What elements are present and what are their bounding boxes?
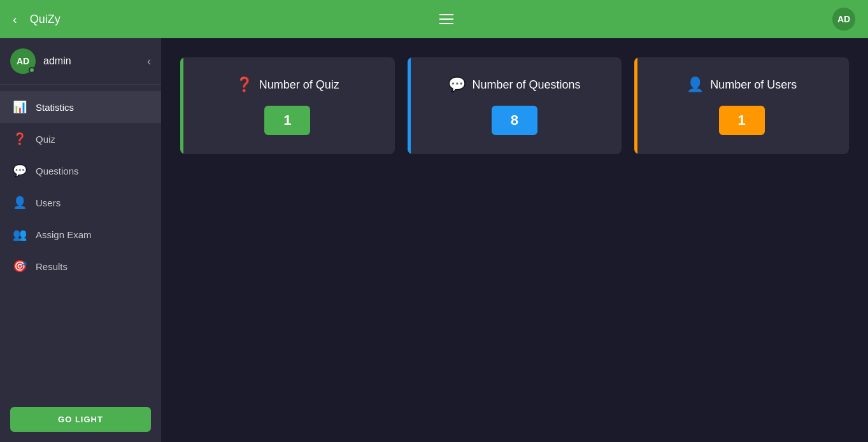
stat-card-quiz: ❓ Number of Quiz 1	[180, 57, 395, 154]
back-icon: ‹	[13, 12, 17, 27]
statistics-icon: 📊	[13, 100, 27, 114]
sidebar-item-label: Users	[36, 197, 60, 208]
topbar: ‹ QuiZy AD	[0, 0, 868, 38]
sidebar-item-label: Statistics	[36, 102, 74, 113]
stat-users-label: Number of Users	[710, 78, 797, 92]
stats-grid: ❓ Number of Quiz 1 💬 Number of Questions…	[180, 57, 849, 154]
stat-users-icon: 👤	[687, 76, 704, 93]
stat-card-title-questions: 💬 Number of Questions	[448, 76, 580, 93]
stat-quiz-value: 1	[264, 106, 310, 135]
sidebar-item-label: Questions	[36, 166, 79, 176]
sidebar-collapse-button[interactable]: ‹	[147, 55, 151, 68]
stat-quiz-label: Number of Quiz	[259, 78, 339, 92]
stat-card-questions: 💬 Number of Questions 8	[408, 57, 622, 154]
stat-card-title-quiz: ❓ Number of Quiz	[236, 76, 339, 93]
go-light-button[interactable]: GO LIGHT	[10, 407, 151, 432]
sidebar-bottom: GO LIGHT	[0, 397, 161, 442]
app-title: QuiZy	[30, 13, 60, 26]
sidebar-item-label: Results	[36, 261, 68, 272]
sidebar-username: admin	[43, 55, 139, 67]
stat-card-users: 👤 Number of Users 1	[634, 57, 849, 154]
collapse-icon: ‹	[147, 55, 151, 68]
online-indicator	[29, 67, 35, 73]
menu-line	[439, 14, 453, 15]
sidebar: AD admin ‹ 📊 Statistics ❓ Quiz 💬 Questio…	[0, 38, 161, 442]
sidebar-item-statistics[interactable]: 📊 Statistics	[0, 91, 161, 123]
topbar-left: ‹ QuiZy	[13, 12, 60, 27]
sidebar-item-label: Assign Exam	[36, 229, 92, 240]
topbar-avatar[interactable]: AD	[832, 8, 855, 31]
menu-line	[439, 23, 453, 24]
menu-button[interactable]	[436, 11, 457, 27]
questions-icon: 💬	[13, 164, 27, 178]
sidebar-avatar: AD	[10, 48, 36, 74]
stat-card-title-users: 👤 Number of Users	[687, 76, 797, 93]
sidebar-item-users[interactable]: 👤 Users	[0, 187, 161, 218]
stat-users-value: 1	[719, 106, 765, 135]
quiz-icon: ❓	[13, 132, 27, 146]
assign-exam-icon: 👥	[13, 227, 27, 241]
sidebar-avatar-text: AD	[17, 56, 29, 66]
sidebar-nav: 📊 Statistics ❓ Quiz 💬 Questions 👤 Users …	[0, 85, 161, 397]
stat-questions-value: 8	[492, 106, 537, 135]
main-layout: AD admin ‹ 📊 Statistics ❓ Quiz 💬 Questio…	[0, 38, 868, 442]
sidebar-item-results[interactable]: 🎯 Results	[0, 250, 161, 282]
content-area: ❓ Number of Quiz 1 💬 Number of Questions…	[161, 38, 868, 442]
results-icon: 🎯	[13, 259, 27, 273]
stat-questions-icon: 💬	[448, 76, 466, 93]
sidebar-user-section: AD admin ‹	[0, 38, 161, 85]
sidebar-item-questions[interactable]: 💬 Questions	[0, 155, 161, 187]
stat-questions-label: Number of Questions	[472, 78, 580, 92]
sidebar-item-label: Quiz	[36, 134, 55, 145]
sidebar-item-assign-exam[interactable]: 👥 Assign Exam	[0, 218, 161, 250]
users-icon: 👤	[13, 196, 27, 210]
menu-line	[439, 18, 453, 20]
stat-quiz-icon: ❓	[236, 76, 253, 93]
sidebar-item-quiz[interactable]: ❓ Quiz	[0, 123, 161, 155]
back-button[interactable]: ‹	[13, 12, 17, 27]
